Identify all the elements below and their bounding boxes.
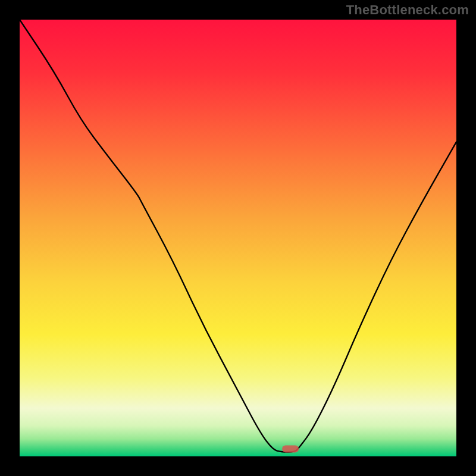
optimum-marker — [282, 446, 299, 453]
chart-container: TheBottleneck.com — [0, 0, 476, 476]
watermark-text: TheBottleneck.com — [346, 2, 469, 18]
bottleneck-chart — [20, 20, 456, 456]
